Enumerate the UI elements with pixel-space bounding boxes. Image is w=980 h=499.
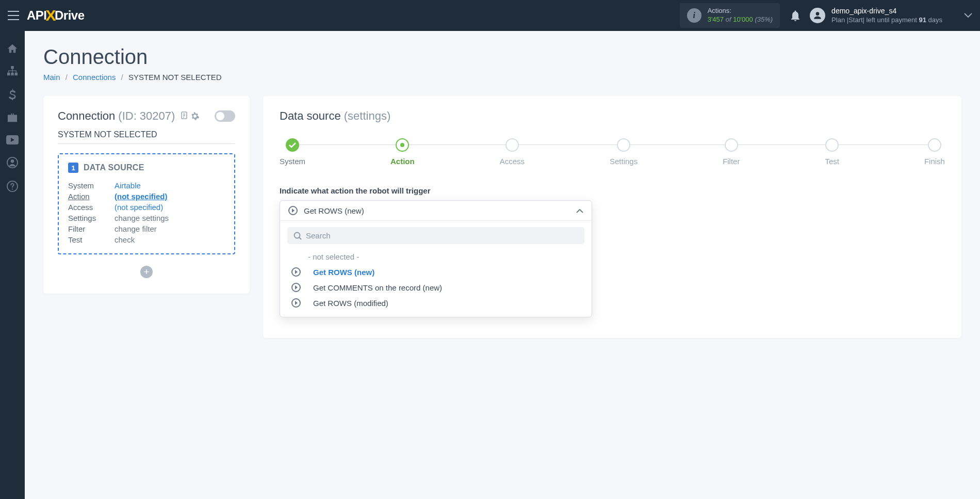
breadcrumb-current: SYSTEM NOT SELECTED: [128, 73, 222, 82]
chevron-up-icon: [576, 208, 583, 213]
sidebar-help-icon[interactable]: [7, 181, 18, 192]
step-settings[interactable]: Settings: [610, 138, 638, 166]
row-filter-value[interactable]: change filter: [115, 224, 157, 233]
step-action[interactable]: Action: [390, 138, 415, 166]
step-test[interactable]: Test: [825, 138, 839, 166]
page-title: Connection: [43, 45, 961, 69]
search-box: [287, 227, 584, 244]
row-settings-label: Settings: [68, 213, 115, 223]
row-settings-value[interactable]: change settings: [115, 214, 169, 222]
svg-point-0: [816, 12, 820, 15]
right-title: Data source (settings): [280, 109, 945, 123]
svg-point-9: [12, 188, 13, 189]
row-access-label: Access: [68, 202, 115, 213]
field-label: Indicate what action the robot will trig…: [280, 186, 945, 195]
main-content: Connection Main / Connections / SYSTEM N…: [25, 31, 980, 499]
logo[interactable]: APIXDrive: [27, 7, 85, 24]
option-get-rows-modified[interactable]: Get ROWS (modified): [287, 295, 584, 311]
data-source-box: 1 DATA SOURCE System Airtable Action (no…: [58, 153, 235, 254]
data-source-number: 1: [68, 163, 78, 173]
connection-label: Connection: [58, 109, 115, 123]
user-text: demo_apix-drive_s4 Plan |Start| left unt…: [831, 6, 942, 24]
system-not-selected: SYSTEM NOT SELECTED: [58, 130, 235, 144]
play-icon: [291, 298, 301, 308]
sidebar-billing-icon[interactable]: [9, 89, 16, 100]
row-filter-label: Filter: [68, 223, 115, 234]
search-icon: [293, 232, 302, 240]
sidebar-connections-icon[interactable]: [7, 66, 18, 76]
row-test-value[interactable]: check: [115, 235, 135, 244]
actions-text: Actions: 3'457 of 10'000 (35%): [708, 7, 773, 24]
play-icon: [288, 206, 298, 215]
step-access[interactable]: Access: [500, 138, 525, 166]
breadcrumb-main[interactable]: Main: [43, 73, 60, 82]
topbar: APIXDrive i Actions: 3'457 of 10'000 (35…: [0, 0, 980, 31]
svg-rect-3: [11, 73, 13, 75]
svg-point-11: [295, 232, 300, 238]
data-source-title: DATA SOURCE: [84, 163, 144, 172]
breadcrumb-connections[interactable]: Connections: [73, 73, 116, 82]
row-action-label: Action: [68, 191, 115, 202]
dropdown-trigger[interactable]: Get ROWS (new): [280, 201, 592, 221]
row-system-value[interactable]: Airtable: [115, 181, 141, 190]
bell-icon[interactable]: [790, 10, 801, 21]
gear-icon[interactable]: [190, 111, 200, 121]
svg-point-7: [11, 159, 14, 163]
svg-rect-2: [7, 73, 10, 75]
connection-toggle[interactable]: [215, 110, 235, 122]
user-menu[interactable]: demo_apix-drive_s4 Plan |Start| left unt…: [810, 6, 972, 24]
connection-id: (ID: 30207): [118, 109, 175, 123]
play-icon: [291, 283, 301, 292]
breadcrumb: Main / Connections / SYSTEM NOT SELECTED: [43, 73, 961, 82]
sidebar-account-icon[interactable]: [7, 157, 18, 168]
row-system-label: System: [68, 180, 115, 191]
actions-box[interactable]: i Actions: 3'457 of 10'000 (35%): [680, 3, 780, 28]
dropdown-body: - not selected - Get ROWS (new) Get COMM…: [280, 221, 592, 317]
data-source-settings-card: Data source (settings) System Action: [263, 96, 961, 338]
sidebar-briefcase-icon[interactable]: [7, 112, 18, 123]
sidebar-video-icon[interactable]: [6, 135, 19, 144]
step-filter[interactable]: Filter: [723, 138, 740, 166]
action-dropdown: Get ROWS (new) - not selected -: [280, 200, 592, 317]
sidebar: [0, 31, 25, 499]
copy-icon[interactable]: [180, 111, 188, 121]
play-icon: [291, 267, 301, 277]
hamburger-icon[interactable]: [8, 11, 19, 20]
row-action-value[interactable]: (not specified): [115, 192, 168, 201]
connection-card: Connection (ID: 30207) SYSTEM NOT SELECT…: [43, 96, 250, 294]
search-input[interactable]: [306, 231, 578, 240]
option-none[interactable]: - not selected -: [287, 249, 584, 264]
svg-rect-1: [11, 66, 13, 69]
step-finish[interactable]: Finish: [924, 138, 945, 166]
svg-rect-4: [15, 73, 18, 75]
user-avatar-icon: [810, 8, 825, 23]
row reservations-test-label: Test: [68, 234, 115, 245]
option-get-comments[interactable]: Get COMMENTS on the record (new): [287, 280, 584, 295]
info-icon: i: [687, 8, 701, 23]
stepper: System Action Access Settings: [280, 138, 945, 166]
step-system[interactable]: System: [280, 138, 305, 166]
option-get-rows-new[interactable]: Get ROWS (new): [287, 264, 584, 280]
sidebar-home-icon[interactable]: [7, 43, 18, 54]
add-button[interactable]: +: [140, 266, 153, 278]
chevron-down-icon: [964, 13, 972, 18]
row-access-value[interactable]: (not specified): [115, 203, 163, 212]
